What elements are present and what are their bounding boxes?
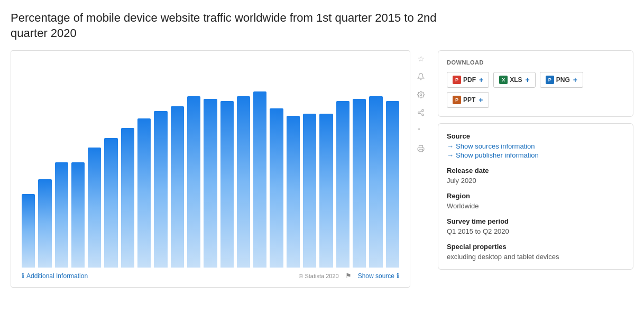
star-icon[interactable]: ☆ (412, 50, 429, 67)
bar (104, 138, 117, 268)
sidebar-icons: ☆ " (412, 50, 429, 288)
bar-wrapper (22, 61, 35, 268)
bar-wrapper (386, 61, 399, 268)
bell-icon[interactable] (412, 68, 429, 85)
bar-wrapper (303, 61, 316, 268)
bar (220, 101, 234, 268)
bar-wrapper (71, 61, 85, 268)
special-value: excluding desktop and tablet devices (447, 253, 624, 261)
bar-wrapper (237, 61, 250, 268)
bar (303, 114, 316, 268)
svg-point-2 (418, 112, 420, 114)
quote-icon[interactable]: " (412, 122, 429, 139)
survey-period-label: Survey time period (447, 217, 624, 225)
bar (270, 108, 283, 268)
info-box: Source → Show sources information → Show… (438, 123, 633, 270)
svg-point-1 (422, 109, 424, 112)
bar (336, 101, 349, 268)
bar (187, 96, 200, 268)
bar-wrapper (220, 61, 234, 268)
show-source-link[interactable]: Show source ℹ (358, 272, 399, 280)
bar (121, 128, 134, 268)
svg-line-4 (420, 113, 422, 114)
bar (38, 179, 51, 268)
bar-wrapper (171, 61, 184, 268)
bar-wrapper (369, 61, 382, 268)
share-icon[interactable] (412, 104, 429, 121)
bar-wrapper (336, 61, 349, 268)
download-png-button[interactable]: P PNG + (540, 72, 583, 88)
bar (253, 91, 266, 268)
source-section: Source → Show sources information → Show… (447, 132, 624, 159)
show-sources-link[interactable]: → Show sources information (447, 142, 624, 150)
special-section: Special properties excluding desktop and… (447, 243, 624, 261)
bar-wrapper (287, 61, 300, 268)
bar (237, 96, 250, 268)
bar-wrapper (55, 61, 68, 268)
bar-wrapper (121, 61, 134, 268)
svg-point-3 (422, 114, 424, 116)
bar-wrapper (204, 61, 217, 268)
bar-chart (16, 56, 404, 268)
survey-period-section: Survey time period Q1 2015 to Q2 2020 (447, 217, 624, 235)
survey-period-value: Q1 2015 to Q2 2020 (447, 227, 624, 235)
bar-wrapper (353, 61, 366, 268)
bar (55, 162, 68, 268)
special-label: Special properties (447, 243, 624, 251)
source-label: Source (447, 132, 624, 140)
release-date-label: Release date (447, 167, 624, 174)
bar (287, 116, 300, 268)
region-value: Worldwide (447, 202, 624, 210)
pdf-icon: P (453, 76, 461, 84)
release-date-value: July 2020 (447, 177, 624, 185)
bar (171, 106, 184, 268)
ppt-icon: P (453, 96, 461, 104)
region-label: Region (447, 192, 624, 200)
bar-wrapper (38, 61, 51, 268)
bar (154, 111, 167, 268)
bar (319, 114, 333, 268)
chart-footer: ℹ Additional Information © Statista 2020… (16, 268, 404, 282)
bar (353, 99, 366, 268)
chart-area: ℹ Additional Information © Statista 2020… (11, 50, 410, 288)
bar-wrapper (270, 61, 283, 268)
region-section: Region Worldwide (447, 192, 624, 210)
bar (137, 118, 151, 268)
bar (369, 96, 382, 268)
bar-wrapper (104, 61, 117, 268)
copyright-text: © Statista 2020 (299, 273, 338, 279)
xls-icon: X (499, 76, 508, 84)
bar-wrapper (319, 61, 333, 268)
print-icon[interactable] (412, 140, 429, 157)
bar (88, 148, 101, 268)
svg-text:": " (418, 127, 420, 134)
download-label: DOWNLOAD (447, 59, 624, 66)
show-publisher-link[interactable]: → Show publisher information (447, 151, 624, 159)
download-xls-button[interactable]: X XLS + (493, 72, 536, 88)
main-layout: ℹ Additional Information © Statista 2020… (11, 50, 633, 288)
download-pdf-button[interactable]: P PDF + (447, 72, 489, 88)
svg-point-0 (420, 94, 422, 96)
svg-rect-7 (419, 149, 423, 152)
bar-wrapper (88, 61, 101, 268)
bar-wrapper (253, 61, 266, 268)
bar (71, 162, 85, 268)
bar (22, 194, 35, 268)
page-title: Percentage of mobile device website traf… (11, 11, 444, 41)
bar (386, 101, 399, 268)
svg-line-5 (420, 111, 422, 112)
download-ppt-button[interactable]: P PPT + (447, 92, 489, 108)
png-icon: P (546, 76, 554, 84)
right-panel: DOWNLOAD P PDF + X XLS + P PNG + (438, 50, 633, 270)
bar-wrapper (137, 61, 151, 268)
bar-wrapper (187, 61, 200, 268)
additional-info-link[interactable]: ℹ Additional Information (22, 272, 88, 280)
gear-icon[interactable] (412, 86, 429, 103)
download-box: DOWNLOAD P PDF + X XLS + P PNG + (438, 50, 633, 117)
bar (204, 99, 217, 268)
bar-wrapper (154, 61, 167, 268)
download-buttons: P PDF + X XLS + P PNG + P PPT + (447, 72, 624, 108)
release-date-section: Release date July 2020 (447, 167, 624, 185)
